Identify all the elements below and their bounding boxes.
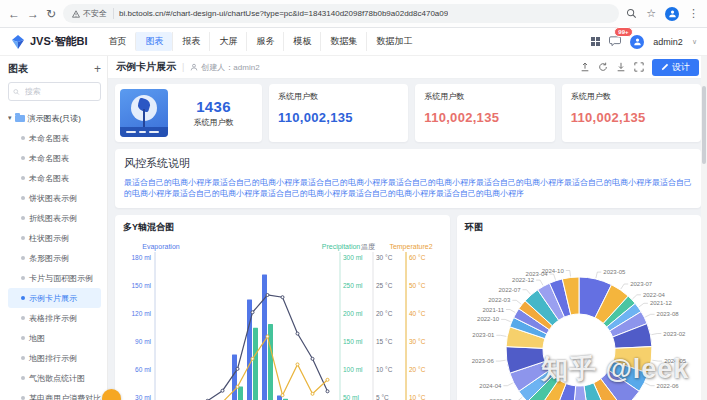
bookmark-star-icon[interactable]: ☆	[646, 7, 656, 20]
separator: |	[182, 62, 184, 72]
tree-item[interactable]: 条形图示例	[8, 248, 101, 268]
tree-item-label: 示例卡片展示	[29, 293, 77, 304]
browser-profile-avatar[interactable]	[665, 7, 679, 21]
svg-text:Precipitation: Precipitation	[322, 243, 361, 251]
svg-text:2021-11: 2021-11	[482, 307, 504, 313]
chart-dot-icon	[21, 276, 25, 280]
tree-item[interactable]: 某电商用户消费对比分析	[8, 388, 101, 400]
tree-item[interactable]: 折线图表示例	[8, 208, 101, 228]
nav-item-6[interactable]: 数据集	[320, 32, 366, 51]
svg-text:60 °C: 60 °C	[409, 254, 426, 261]
svg-text:30 °C: 30 °C	[376, 254, 393, 261]
svg-text:5 °C: 5 °C	[376, 394, 389, 400]
browser-back-button[interactable]: ←	[8, 8, 20, 20]
nav-item-7[interactable]: 数据加工	[366, 32, 421, 51]
add-chart-button[interactable]: +	[94, 64, 101, 74]
chart-dot-icon	[21, 396, 25, 400]
svg-text:Temperature2: Temperature2	[389, 243, 432, 251]
url-text: bi.bctools.cn/#/chart-design-ui/chartUse…	[119, 9, 448, 18]
svg-text:Evaporation: Evaporation	[142, 243, 179, 251]
chevron-down-icon[interactable]: ∨	[692, 38, 697, 46]
notice-title: 风控系统说明	[124, 156, 692, 171]
refresh-icon[interactable]	[598, 62, 608, 72]
stat-card: 系统用户数110,002,135	[562, 84, 701, 142]
design-button[interactable]: 设计	[652, 59, 699, 76]
pencil-icon	[661, 63, 669, 71]
stat-label: 系统用户数	[170, 117, 257, 128]
svg-text:10 °C: 10 °C	[409, 394, 426, 400]
svg-text:2022-10: 2022-10	[477, 316, 500, 322]
fullscreen-icon[interactable]	[634, 62, 644, 72]
stat-title: 系统用户数	[424, 91, 545, 102]
tree-item[interactable]: 示例卡片展示	[8, 288, 101, 308]
security-label: 不安全	[83, 8, 107, 19]
tree-item[interactable]: 柱状图示例	[8, 228, 101, 248]
app-logo-icon[interactable]	[10, 34, 26, 50]
apps-grid-icon[interactable]	[591, 37, 600, 46]
username[interactable]: admin2	[653, 37, 683, 47]
person-icon	[633, 37, 642, 46]
nav-item-0[interactable]: 首页	[99, 32, 135, 51]
chart-sidebar: 图表 + ▾ 演示图表(只读) 未命名图表未命名图表未命名图表饼状图表示例折线图…	[0, 56, 108, 400]
messages-button[interactable]: 99+	[609, 33, 621, 51]
browser-forward-button[interactable]: →	[27, 8, 39, 20]
tree-item[interactable]: 表格排序示例	[8, 308, 101, 328]
export-icon[interactable]	[580, 62, 590, 72]
person-icon	[190, 63, 198, 71]
tree-item[interactable]: 卡片与面积图示例	[8, 268, 101, 288]
main-nav: 首页图表报表大屏服务模板数据集数据加工	[99, 32, 421, 51]
tree-item-label: 折线图表示例	[29, 213, 77, 224]
svg-text:10 °C: 10 °C	[376, 366, 393, 373]
tree-item[interactable]: 饼状图表示例	[8, 188, 101, 208]
chart-dot-icon	[21, 196, 25, 200]
message-bubble-icon	[609, 36, 621, 47]
address-bar[interactable]: 不安全 bi.bctools.cn/#/chart-design-ui/char…	[63, 4, 619, 23]
nav-item-5[interactable]: 模板	[283, 32, 320, 51]
tree-item-label: 卡片与面积图示例	[29, 273, 93, 284]
svg-text:20 °C: 20 °C	[409, 366, 426, 373]
tree-item[interactable]: 气泡散点统计图	[8, 368, 101, 388]
svg-text:15 °C: 15 °C	[376, 338, 393, 345]
chart-dot-icon	[21, 356, 25, 360]
tree-item[interactable]: 未命名图表	[8, 168, 101, 188]
svg-text:50 °C: 50 °C	[409, 282, 426, 289]
tree-item[interactable]: 地图	[8, 328, 101, 348]
app-title[interactable]: JVS·智能BI	[30, 34, 87, 49]
search-input[interactable]	[23, 86, 96, 97]
svg-text:90 ml: 90 ml	[135, 338, 151, 345]
svg-text:2022-12: 2022-12	[512, 277, 535, 283]
tree-item[interactable]: 未命名图表	[8, 148, 101, 168]
sidebar-title: 图表	[8, 62, 28, 76]
tree-item-label: 地图排行示例	[29, 353, 77, 364]
user-avatar[interactable]	[630, 35, 644, 49]
browser-toolbar: ← → ↻ 不安全 bi.bctools.cn/#/chart-design-u…	[0, 0, 707, 28]
scrollbar-thumb[interactable]	[702, 86, 706, 164]
nav-item-3[interactable]: 大屏	[209, 32, 246, 51]
tree-folder-demo-charts[interactable]: ▾ 演示图表(只读)	[8, 108, 101, 128]
chart-toolbar: 示例卡片展示 | 创建人：admin2 设计	[108, 56, 707, 79]
tree-item-label: 条形图示例	[29, 253, 69, 264]
zoom-icon[interactable]	[626, 8, 637, 19]
download-icon[interactable]	[616, 62, 626, 72]
chart-dot-icon	[21, 336, 25, 340]
svg-text:40 °C: 40 °C	[409, 310, 426, 317]
tree-item-label: 地图	[29, 333, 45, 344]
page-scrollbar[interactable]	[701, 56, 707, 400]
nav-item-2[interactable]: 报表	[172, 32, 209, 51]
nav-item-1[interactable]: 图表	[135, 32, 172, 51]
browser-reload-button[interactable]: ↻	[46, 8, 56, 20]
security-chip[interactable]: 不安全	[72, 8, 114, 19]
svg-text:2023-07: 2023-07	[630, 281, 653, 287]
page-title: 示例卡片展示	[116, 60, 176, 74]
nav-item-4[interactable]: 服务	[246, 32, 283, 51]
chart-dot-icon	[21, 176, 25, 180]
tree-item[interactable]: 未命名图表	[8, 128, 101, 148]
svg-text:2023-01: 2023-01	[472, 332, 495, 338]
svg-text:300 ml: 300 ml	[343, 254, 363, 261]
tree-item[interactable]: 地图排行示例	[8, 348, 101, 368]
browser-menu-icon[interactable]: ⋮	[688, 7, 699, 20]
svg-text:2022-03: 2022-03	[488, 297, 511, 303]
app-header: JVS·智能BI 首页图表报表大屏服务模板数据集数据加工 99+ admin2 …	[0, 28, 707, 56]
screen: { "browser": { "back_icon": "←", "forwar…	[0, 0, 707, 400]
sidebar-search[interactable]	[8, 82, 101, 101]
